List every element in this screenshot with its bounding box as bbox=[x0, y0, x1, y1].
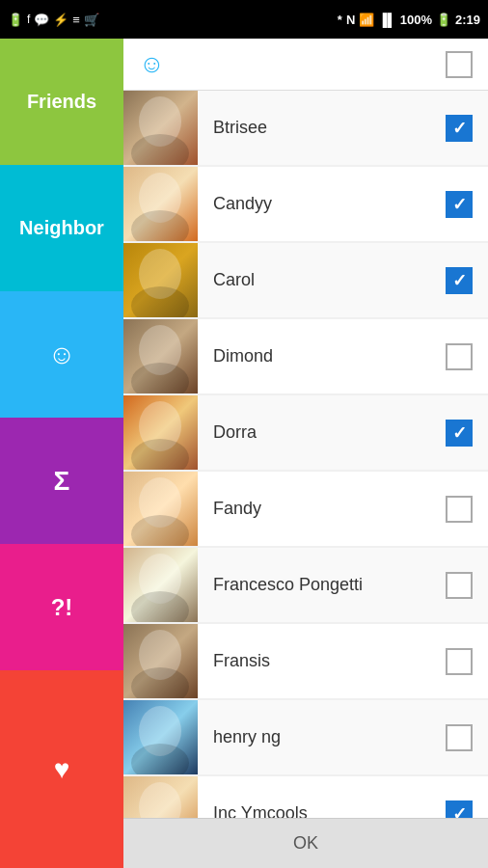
emoji-icon: ☺ bbox=[48, 339, 76, 370]
contact-list[interactable]: Btrisee Candyy Carol Dimond Dorra Fandy … bbox=[123, 91, 488, 818]
usb-icon: ⚡ bbox=[53, 13, 68, 27]
svg-point-15 bbox=[131, 667, 189, 698]
heart-icon: ♥ bbox=[54, 754, 70, 785]
ok-button[interactable]: OK bbox=[293, 833, 318, 854]
exclaim-label: ?! bbox=[51, 594, 73, 621]
contact-name: Fandy bbox=[198, 499, 446, 519]
top-bar: ☺ bbox=[123, 39, 488, 91]
list-item: Francesco Pongetti bbox=[123, 548, 488, 622]
select-all-checkbox[interactable] bbox=[446, 51, 473, 78]
sigma-icon: Σ bbox=[54, 466, 70, 497]
contact-avatar bbox=[123, 167, 198, 241]
list-item: Candyy bbox=[123, 167, 488, 241]
contact-avatar bbox=[123, 472, 198, 546]
svg-point-3 bbox=[131, 210, 189, 241]
contact-checkbox[interactable] bbox=[446, 420, 473, 447]
contact-name: Carol bbox=[198, 270, 446, 290]
nfc-icon: N bbox=[346, 13, 355, 27]
contact-avatar bbox=[123, 700, 198, 774]
ok-bar[interactable]: OK bbox=[123, 818, 488, 868]
list-item: Dorra bbox=[123, 395, 488, 470]
battery-icon2: 🔋 bbox=[436, 13, 451, 27]
list-item: Inc Ymcools bbox=[123, 776, 488, 818]
svg-point-11 bbox=[131, 515, 189, 546]
friends-label: Friends bbox=[27, 91, 96, 113]
contact-name: Inc Ymcools bbox=[198, 803, 446, 818]
contact-name: Fransis bbox=[198, 651, 446, 671]
contact-checkbox[interactable] bbox=[446, 648, 473, 675]
sidebar: Friends Neighbor ☺ Σ ?! ♥ bbox=[0, 39, 123, 868]
contact-avatar bbox=[123, 624, 198, 698]
list-item: Dimond bbox=[123, 319, 488, 393]
contact-checkbox[interactable] bbox=[446, 191, 473, 218]
sidebar-item-exclaim[interactable]: ?! bbox=[0, 544, 123, 670]
contact-checkbox[interactable] bbox=[446, 115, 473, 142]
contact-avatar bbox=[123, 776, 198, 818]
cart-icon: 🛒 bbox=[84, 13, 99, 27]
bluetooth-icon: * bbox=[338, 13, 342, 27]
svg-point-9 bbox=[131, 439, 189, 470]
status-left: 🔋 f 💬 ⚡ ≡ 🛒 bbox=[8, 13, 99, 27]
svg-point-5 bbox=[131, 286, 189, 317]
status-right: * N 📶 ▐▌ 100% 🔋 2:19 bbox=[338, 13, 480, 27]
contact-checkbox[interactable] bbox=[446, 343, 473, 370]
sidebar-item-sigma[interactable]: Σ bbox=[0, 418, 123, 544]
svg-point-1 bbox=[131, 134, 189, 165]
battery-icon: 🔋 bbox=[8, 13, 23, 27]
contact-avatar bbox=[123, 548, 198, 622]
wifi-icon: 📶 bbox=[359, 13, 374, 27]
svg-point-13 bbox=[131, 591, 189, 622]
sidebar-item-neighbor[interactable]: Neighbor bbox=[0, 165, 123, 291]
contact-avatar bbox=[123, 91, 198, 165]
list-item: henry ng bbox=[123, 700, 488, 774]
list-item: Btrisee bbox=[123, 91, 488, 165]
contact-name: Candyy bbox=[198, 194, 446, 214]
menu-icon: ≡ bbox=[72, 13, 80, 27]
contact-checkbox[interactable] bbox=[446, 267, 473, 294]
contact-avatar bbox=[123, 395, 198, 470]
neighbor-label: Neighbor bbox=[19, 217, 104, 239]
main-container: Friends Neighbor ☺ Σ ?! ♥ ☺ Btrisee bbox=[0, 39, 488, 868]
contact-name: Btrisee bbox=[198, 118, 446, 138]
contact-name: henry ng bbox=[198, 727, 446, 747]
signal-strength: ▐▌ bbox=[378, 13, 395, 27]
svg-point-7 bbox=[131, 363, 189, 393]
contact-name: Dimond bbox=[198, 346, 446, 366]
sidebar-item-emoji[interactable]: ☺ bbox=[0, 291, 123, 418]
contact-name: Dorra bbox=[198, 422, 446, 443]
contact-checkbox[interactable] bbox=[446, 800, 473, 819]
sidebar-item-heart[interactable]: ♥ bbox=[0, 670, 123, 868]
list-item: Fandy bbox=[123, 472, 488, 546]
list-item: Fransis bbox=[123, 624, 488, 698]
contact-checkbox[interactable] bbox=[446, 724, 473, 751]
facebook-icon: f bbox=[27, 13, 30, 26]
contact-checkbox[interactable] bbox=[446, 572, 473, 599]
status-bar: 🔋 f 💬 ⚡ ≡ 🛒 * N 📶 ▐▌ 100% 🔋 2:19 bbox=[0, 0, 488, 39]
contact-avatar bbox=[123, 319, 198, 393]
top-smiley-icon: ☺ bbox=[139, 49, 165, 79]
message-icon: 💬 bbox=[34, 13, 49, 27]
contact-avatar bbox=[123, 243, 198, 317]
list-item: Carol bbox=[123, 243, 488, 317]
battery-percent: 100% bbox=[400, 13, 432, 27]
content-area: ☺ Btrisee Candyy Carol Dimond Dorra Fand… bbox=[123, 39, 488, 868]
contact-name: Francesco Pongetti bbox=[198, 575, 446, 595]
sidebar-item-friends[interactable]: Friends bbox=[0, 39, 123, 165]
time-display: 2:19 bbox=[455, 13, 480, 27]
contact-checkbox[interactable] bbox=[446, 496, 473, 523]
svg-point-17 bbox=[131, 744, 189, 774]
svg-point-18 bbox=[139, 782, 181, 818]
